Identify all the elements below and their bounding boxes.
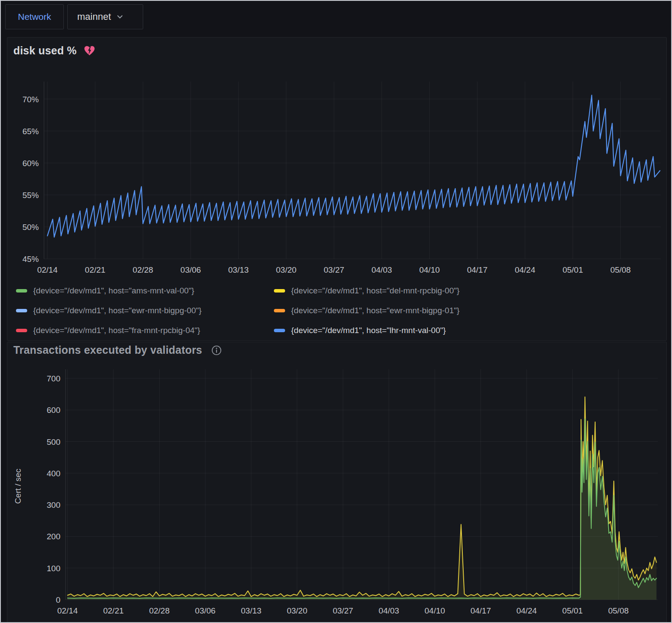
x-axis-tick-label: 04/03 bbox=[371, 265, 392, 274]
x-axis-tick-label: 05/08 bbox=[608, 606, 629, 615]
charts-canvas: 45%50%55%60%65%70%02/1402/2102/2803/0603… bbox=[1, 1, 672, 623]
y-axis-tick-label: 200 bbox=[47, 532, 60, 541]
y-axis-tick-label: 400 bbox=[47, 469, 60, 478]
y-axis-tick-label: 100 bbox=[47, 564, 60, 573]
x-axis-tick-label: 02/21 bbox=[85, 265, 106, 274]
x-axis-tick-label: 03/20 bbox=[276, 265, 297, 274]
y-axis-title: Cert / sec bbox=[13, 469, 22, 503]
gridlines bbox=[66, 369, 658, 600]
series-area-green bbox=[68, 419, 656, 600]
x-axis-tick-label: 02/28 bbox=[149, 606, 170, 615]
x-axis-tick-label: 05/01 bbox=[562, 606, 583, 615]
x-axis-tick-label: 05/01 bbox=[562, 265, 583, 274]
x-axis-tick-label: 05/08 bbox=[610, 265, 631, 274]
y-axis-tick-label: 300 bbox=[47, 500, 60, 510]
y-axis-tick-label: 600 bbox=[47, 406, 60, 415]
y-axis-tick-label: 45% bbox=[22, 255, 39, 264]
x-axis-tick-label: 02/21 bbox=[103, 606, 124, 615]
y-axis-tick-label: 700 bbox=[47, 374, 60, 383]
x-axis-tick-label: 03/20 bbox=[287, 606, 308, 615]
x-axis-tick-label: 04/10 bbox=[424, 606, 445, 615]
x-axis-tick-label: 04/24 bbox=[516, 606, 537, 615]
x-axis-tick-label: 02/14 bbox=[57, 606, 78, 615]
x-axis-tick-label: 04/17 bbox=[467, 265, 488, 274]
x-axis-tick-label: 04/24 bbox=[515, 265, 535, 274]
x-axis-tick-label: 02/14 bbox=[37, 265, 58, 274]
x-axis-tick-label: 03/13 bbox=[241, 606, 262, 615]
x-axis-tick-label: 04/10 bbox=[419, 265, 440, 274]
y-axis-tick-label: 55% bbox=[22, 191, 39, 200]
x-axis-tick-label: 03/27 bbox=[333, 606, 353, 615]
series-line--device-dev-md1-host-lhr-mnt-val-00- bbox=[47, 95, 660, 237]
y-axis-tick-label: 50% bbox=[22, 223, 39, 232]
x-axis-tick-label: 03/06 bbox=[195, 606, 216, 615]
y-axis-tick-label: 500 bbox=[47, 437, 60, 447]
x-axis-tick-label: 04/17 bbox=[471, 606, 491, 615]
transactions-chart[interactable]: 010020030040050060070002/1402/2102/2803/… bbox=[13, 369, 658, 615]
series-line-green bbox=[68, 419, 656, 598]
series-line-yellow bbox=[68, 397, 656, 597]
disk-used-chart[interactable]: 45%50%55%60%65%70%02/1402/2102/2803/0603… bbox=[22, 82, 661, 274]
y-axis-tick-label: 0 bbox=[56, 595, 60, 604]
x-axis-tick-label: 03/13 bbox=[228, 265, 249, 274]
series-area-yellow bbox=[68, 397, 656, 600]
grafana-dashboard: Network mainnet disk used % {device="/de… bbox=[0, 0, 672, 623]
x-axis-tick-label: 04/03 bbox=[379, 606, 399, 615]
x-axis-tick-label: 03/27 bbox=[324, 265, 345, 274]
y-axis-tick-label: 70% bbox=[22, 95, 39, 104]
gridlines bbox=[44, 82, 661, 259]
x-axis-tick-label: 02/28 bbox=[133, 265, 154, 274]
y-axis-tick-label: 60% bbox=[22, 159, 39, 168]
x-axis-tick-label: 03/06 bbox=[180, 265, 201, 274]
y-axis-tick-label: 65% bbox=[22, 127, 39, 136]
